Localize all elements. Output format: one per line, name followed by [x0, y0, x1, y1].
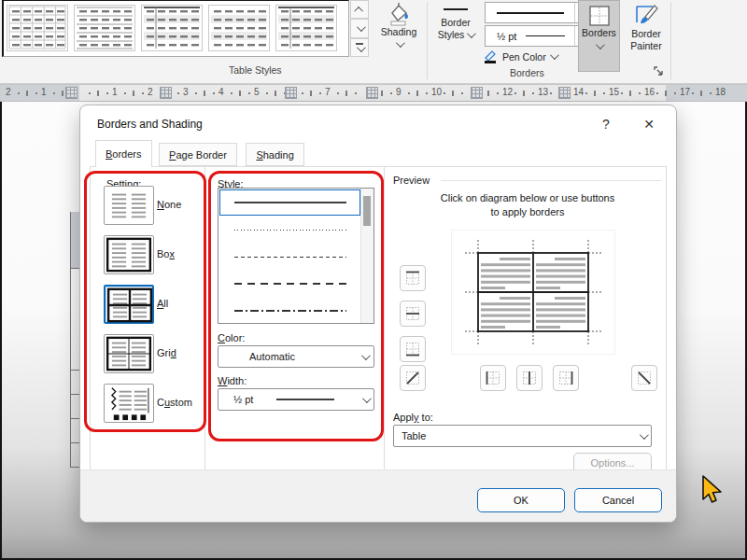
ruler-tick	[213, 92, 215, 94]
apply-to-combobox[interactable]: Table	[393, 425, 652, 447]
diagonal-up-border-button[interactable]	[400, 365, 426, 391]
dash-dot-line-sample	[234, 310, 346, 312]
style-list-scrollbar[interactable]	[360, 189, 374, 323]
ruler-tick	[487, 91, 489, 96]
all-borders-preset-icon[interactable]	[104, 285, 154, 324]
ruler-tick	[337, 92, 339, 94]
gallery-scroll-down-button[interactable]	[350, 19, 369, 37]
horizontal-ruler[interactable]: 21123456791012131415161718	[0, 84, 747, 102]
ruler-tick	[106, 92, 108, 94]
custom-border-preset-icon[interactable]	[104, 384, 154, 423]
ruler-number: 2	[6, 87, 11, 97]
dotted-line-sample	[234, 230, 346, 231]
ruler-number: 18	[715, 87, 726, 97]
ruler-tick	[665, 91, 667, 96]
border-painter-label-line2: Painter	[630, 40, 661, 52]
borders-button[interactable]: Borders	[578, 0, 620, 72]
ruler-tick	[18, 92, 20, 94]
close-button[interactable]: ✕	[635, 113, 663, 135]
ruler-table-column-marker[interactable]	[160, 87, 172, 99]
gallery-more-button[interactable]	[350, 38, 369, 57]
border-styles-label-line2: Styles	[438, 29, 474, 41]
line-style-option[interactable]	[219, 244, 360, 270]
table-grid-style-thumbnail[interactable]	[7, 5, 68, 51]
bottom-border-button[interactable]	[400, 336, 426, 362]
ruler-table-column-marker[interactable]	[366, 87, 378, 99]
borders-dialog-launcher[interactable]	[653, 65, 665, 77]
line-style-option[interactable]	[219, 298, 360, 324]
preview-instruction: Click on diagram below or use buttons to…	[396, 191, 659, 219]
ruler-tick	[692, 92, 694, 94]
ruler-table-column-marker[interactable]	[471, 87, 483, 99]
cancel-button[interactable]: Cancel	[574, 488, 662, 512]
border-painter-label-line1: Border	[631, 28, 661, 40]
bottom-border-icon	[405, 342, 420, 357]
ruler-tick	[674, 92, 676, 94]
line-style-option[interactable]	[219, 189, 360, 216]
tab-shading[interactable]: Shading	[246, 143, 303, 166]
ruler-table-column-marker[interactable]	[285, 87, 297, 99]
ruler-number: 2	[148, 87, 153, 97]
style-listbox[interactable]	[218, 188, 374, 324]
width-dropdown-arrow[interactable]	[357, 397, 374, 403]
inside-vertical-border-button[interactable]	[516, 365, 543, 391]
ruler-tick	[195, 92, 197, 94]
grid-border-preset-icon[interactable]	[104, 334, 154, 373]
plain-lines-style-thumbnail[interactable]	[74, 5, 135, 51]
line-weight-combobox[interactable]: ½ pt	[485, 25, 591, 47]
width-combobox[interactable]: ½ pt	[218, 388, 374, 411]
border-painter-button[interactable]: Border Painter	[622, 0, 670, 76]
table-styles-gallery[interactable]	[2, 0, 349, 57]
scrollbar-thumb[interactable]	[363, 196, 371, 226]
none-border-preset-icon[interactable]	[104, 186, 154, 225]
pen-color-button[interactable]: Pen Color	[483, 49, 557, 63]
header-banded-style-thumbnail[interactable]	[275, 5, 337, 51]
column-separator	[384, 167, 385, 473]
right-border-button[interactable]	[553, 365, 579, 391]
chevron-down-icon	[395, 38, 404, 48]
top-border-button[interactable]	[400, 265, 426, 291]
ruler-tick	[97, 91, 99, 96]
ok-button[interactable]: OK	[477, 488, 565, 512]
table-styles-group-label: Table Styles	[229, 64, 282, 76]
setting-item-label: None	[157, 199, 181, 210]
ruler-tick	[177, 92, 179, 94]
gallery-scroll-up-button[interactable]	[350, 0, 369, 19]
group-separator	[670, 2, 671, 79]
line-style-combobox[interactable]	[485, 2, 591, 23]
setting-item-label: Custom	[157, 397, 192, 408]
ruler-table-column-marker[interactable]	[65, 87, 78, 99]
setting-item-label: All	[157, 298, 168, 309]
ruler-tick	[426, 92, 428, 94]
ruler-tick	[532, 92, 534, 94]
ruler-number: 9	[396, 87, 402, 97]
ruler-tick	[53, 92, 55, 94]
chevron-down-icon	[356, 22, 365, 32]
shading-button[interactable]: Shading	[372, 2, 426, 60]
ruler-tick	[523, 91, 525, 96]
tab-borders[interactable]: Borders	[95, 140, 152, 167]
help-button[interactable]: ?	[592, 113, 620, 135]
line-style-option[interactable]	[219, 217, 360, 243]
banded-rows-style-thumbnail[interactable]	[208, 5, 270, 51]
ruler-number: 10	[431, 87, 442, 97]
color-combobox[interactable]: Automatic	[218, 345, 374, 368]
diagonal-down-border-button[interactable]	[631, 365, 657, 391]
line-weight-sample	[526, 35, 565, 37]
ruler-table-column-marker[interactable]	[558, 87, 571, 99]
inside-horizontal-border-icon	[405, 306, 420, 321]
preview-diagram[interactable]	[452, 231, 614, 354]
color-dropdown-arrow[interactable]	[357, 354, 374, 360]
dash-small-line-sample	[234, 257, 346, 258]
ruler-tick	[266, 92, 268, 94]
tab-page-border[interactable]: Page Border	[159, 143, 237, 166]
border-styles-button[interactable]: Border Styles	[430, 2, 482, 60]
box-border-preset-icon[interactable]	[104, 235, 154, 274]
line-style-option[interactable]	[219, 271, 360, 297]
header-banded-style-thumbnail[interactable]	[141, 5, 203, 51]
left-border-button[interactable]	[480, 365, 506, 391]
inside-horizontal-border-button[interactable]	[400, 301, 426, 327]
apply-to-dropdown-arrow[interactable]	[634, 433, 651, 440]
ruler-tick	[35, 92, 37, 94]
borders-group-label: Borders	[510, 67, 544, 78]
